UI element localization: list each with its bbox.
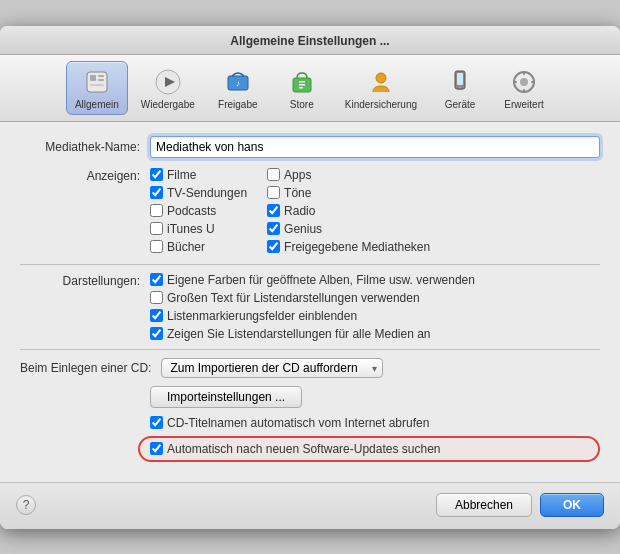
cancel-button[interactable]: Abbrechen	[436, 493, 532, 517]
kindersicherung-icon	[365, 66, 397, 98]
help-button[interactable]: ?	[16, 495, 36, 515]
svg-rect-11	[299, 84, 305, 86]
checkbox-genius[interactable]: Genius	[267, 222, 430, 236]
svg-rect-21	[523, 89, 525, 93]
bottom-bar: ? Abbrechen OK	[0, 482, 620, 529]
store-icon	[286, 66, 318, 98]
einlegen-section: Beim Einlegen einer CD: Zum Importieren …	[20, 358, 600, 378]
svg-rect-3	[98, 79, 104, 81]
ok-button[interactable]: OK	[540, 493, 604, 517]
cd-titel-checkbox[interactable]	[150, 416, 163, 429]
toolbar: Allgemein Wiedergabe ♪ Freigabe	[0, 55, 620, 122]
action-buttons: Abbrechen OK	[436, 493, 604, 517]
cd-titel-label: CD-Titelnamen automatisch vom Internet a…	[167, 416, 429, 430]
checkbox-freigegebene[interactable]: Freigegebene Mediatheken	[267, 240, 430, 254]
mediathek-input[interactable]	[150, 136, 600, 158]
wiedergabe-icon	[152, 66, 184, 98]
cd-select[interactable]: Zum Importieren der CD auffordern CD-Inf…	[161, 358, 383, 378]
einlegen-label: Beim Einlegen einer CD:	[20, 361, 161, 375]
checkbox-itunes-u[interactable]: iTunes U	[150, 222, 247, 236]
svg-rect-10	[299, 81, 305, 83]
toolbar-label-allgemein: Allgemein	[75, 99, 119, 110]
preferences-window: Allgemeine Einstellungen ... Allgemein	[0, 26, 620, 529]
checkbox-apps[interactable]: Apps	[267, 168, 430, 182]
svg-rect-4	[90, 84, 104, 86]
svg-rect-2	[98, 75, 104, 77]
darstellungen-label: Darstellungen:	[20, 273, 150, 341]
svg-point-13	[376, 73, 386, 83]
toolbar-label-store: Store	[290, 99, 314, 110]
checkboxes-col2: Apps Töne Radio Genius Freigegebene Medi…	[267, 168, 430, 254]
mediathek-label: Mediathek-Name:	[20, 140, 150, 154]
toolbar-item-allgemein[interactable]: Allgemein	[66, 61, 128, 115]
anzeigen-section: Anzeigen: Filme TV-Sendungen Podcasts iT…	[20, 168, 600, 254]
toolbar-item-store[interactable]: Store	[272, 61, 332, 115]
toolbar-item-freigabe[interactable]: ♪ Freigabe	[208, 61, 268, 115]
toolbar-label-erweitert: Erweitert	[504, 99, 543, 110]
checkbox-listenmarkierung[interactable]: Listenmarkierungsfelder einblenden	[150, 309, 475, 323]
cd-select-wrapper: Zum Importieren der CD auffordern CD-Inf…	[161, 358, 383, 378]
updates-label: Automatisch nach neuen Software-Updates …	[167, 442, 441, 456]
svg-rect-1	[90, 75, 96, 81]
window-title: Allgemeine Einstellungen ...	[230, 34, 389, 48]
titlebar: Allgemeine Einstellungen ...	[0, 26, 620, 55]
svg-rect-22	[513, 81, 517, 83]
darstellungen-section: Darstellungen: Eigene Farben für geöffne…	[20, 273, 600, 341]
separator-1	[20, 264, 600, 265]
separator-2	[20, 349, 600, 350]
checkbox-tv-sendungen[interactable]: TV-Sendungen	[150, 186, 247, 200]
toolbar-label-freigabe: Freigabe	[218, 99, 257, 110]
toolbar-label-kindersicherung: Kindersicherung	[345, 99, 417, 110]
erweitert-icon	[508, 66, 540, 98]
checkbox-buecher[interactable]: Bücher	[150, 240, 247, 254]
svg-rect-12	[299, 87, 303, 89]
checkbox-zeigen-listen[interactable]: Zeigen Sie Listendarstellungen für alle …	[150, 327, 475, 341]
svg-rect-17	[458, 89, 462, 90]
checkboxes-columns: Filme TV-Sendungen Podcasts iTunes U Büc…	[150, 168, 600, 254]
updates-checkbox[interactable]	[150, 442, 163, 455]
svg-rect-0	[87, 72, 107, 92]
geraete-icon	[444, 66, 476, 98]
toolbar-item-wiedergabe[interactable]: Wiedergabe	[132, 61, 204, 115]
toolbar-item-kindersicherung[interactable]: Kindersicherung	[336, 61, 426, 115]
freigabe-icon: ♪	[222, 66, 254, 98]
svg-rect-23	[531, 81, 535, 83]
checkboxes-col1: Filme TV-Sendungen Podcasts iTunes U Büc…	[150, 168, 247, 254]
content-area: Mediathek-Name: Anzeigen: Filme TV-Sendu…	[0, 122, 620, 482]
svg-rect-15	[457, 73, 463, 85]
updates-highlight-row: Automatisch nach neuen Software-Updates …	[138, 436, 600, 462]
toolbar-label-geraete: Geräte	[445, 99, 476, 110]
darstellungen-options: Eigene Farben für geöffnete Alben, Filme…	[150, 273, 475, 341]
allgemein-icon	[81, 66, 113, 98]
checkbox-radio[interactable]: Radio	[267, 204, 430, 218]
toolbar-item-erweitert[interactable]: Erweitert	[494, 61, 554, 115]
svg-point-19	[520, 78, 528, 86]
toolbar-item-geraete[interactable]: Geräte	[430, 61, 490, 115]
checkbox-filme[interactable]: Filme	[150, 168, 247, 182]
svg-text:♪: ♪	[236, 79, 240, 88]
toolbar-label-wiedergabe: Wiedergabe	[141, 99, 195, 110]
checkbox-podcasts[interactable]: Podcasts	[150, 204, 247, 218]
svg-point-16	[459, 86, 461, 88]
svg-rect-20	[523, 71, 525, 75]
importeinstellungen-button[interactable]: Importeinstellungen ...	[150, 386, 302, 408]
anzeigen-label: Anzeigen:	[20, 168, 150, 254]
cd-titel-row: CD-Titelnamen automatisch vom Internet a…	[150, 416, 600, 430]
mediathek-name-row: Mediathek-Name:	[20, 136, 600, 158]
checkbox-grossen-text[interactable]: Großen Text für Listendarstellungen verw…	[150, 291, 475, 305]
checkbox-toene[interactable]: Töne	[267, 186, 430, 200]
checkbox-eigene-farben[interactable]: Eigene Farben für geöffnete Alben, Filme…	[150, 273, 475, 287]
